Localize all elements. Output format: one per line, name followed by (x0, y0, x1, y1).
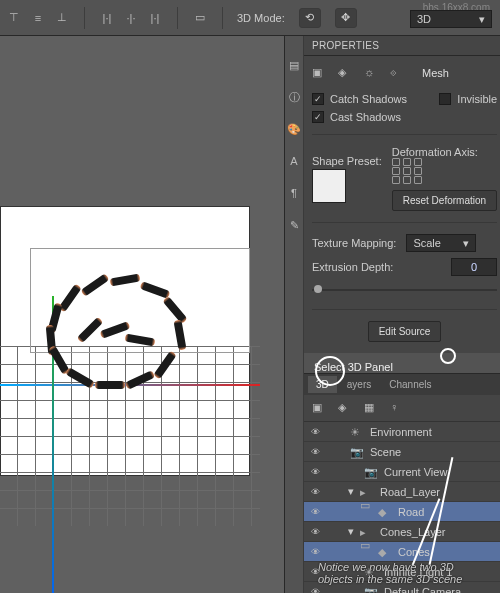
scene-icon[interactable]: ⟐ (390, 66, 406, 80)
extrusion-input[interactable]: 0 (451, 258, 497, 276)
shape-preset-label: Shape Preset: (312, 155, 382, 167)
mode-orbit-button[interactable]: ⟲ (299, 8, 321, 28)
separator (222, 7, 223, 29)
layer-type-icon: 📷 (364, 586, 378, 594)
edit-source-button[interactable]: Edit Source (368, 321, 442, 342)
align-bot-icon[interactable]: ⊥ (54, 10, 70, 26)
separator (84, 7, 85, 29)
histogram-icon[interactable]: ▤ (285, 56, 303, 74)
visibility-icon[interactable]: 👁 (308, 505, 322, 519)
annotation-text: Notice we now have two 3Dobjects in the … (318, 561, 462, 585)
info-icon[interactable]: ⓘ (285, 88, 303, 106)
visibility-icon[interactable]: 👁 (308, 425, 322, 439)
layer-name: Cones (398, 546, 430, 558)
visibility-icon[interactable]: 👁 (308, 465, 322, 479)
layer-type-icon: ◆ (378, 546, 392, 558)
mesh-label: Mesh (422, 67, 449, 79)
right-panels: ▤ ⓘ 🎨 A ¶ ✎ Properties ▣ ◈ ☼ ⟐ Mesh ✓ Ca… (284, 36, 500, 593)
mode-pan-button[interactable]: ✥ (335, 8, 357, 28)
layer-type-icon: ▸ ▭ (360, 526, 374, 538)
canvas-viewport[interactable] (0, 36, 284, 593)
catch-shadows-checkbox[interactable]: ✓ (312, 93, 324, 105)
layer-type-icon: 📷 (364, 466, 378, 478)
deformation-axis-label: Deformation Axis: (392, 146, 497, 158)
filter-material-icon[interactable]: ▦ (364, 401, 380, 415)
separator (312, 134, 497, 135)
filter-mesh-icon[interactable]: ◈ (338, 401, 354, 415)
layer-name: Road_Layer (380, 486, 440, 498)
material-icon[interactable]: ◈ (338, 66, 354, 80)
chevron-down-icon: ▾ (479, 13, 485, 26)
visibility-icon[interactable]: 👁 (308, 585, 322, 594)
layer-row[interactable]: 👁📷Scene (304, 442, 500, 462)
layer-row[interactable]: 👁◆Cones (304, 542, 500, 562)
properties-tab[interactable]: Properties (304, 36, 500, 56)
layer-name: Scene (370, 446, 401, 458)
visibility-icon[interactable]: 👁 (308, 445, 322, 459)
3d-filter-row: ▣ ◈ ▦ ♀ (304, 395, 500, 422)
layer-row[interactable]: 👁◆Road (304, 502, 500, 522)
visibility-icon[interactable]: 👁 (308, 545, 322, 559)
separator (312, 222, 497, 223)
separator (312, 309, 497, 310)
disclosure-icon[interactable]: ▾ (348, 485, 354, 498)
select-3d-panel-label: Select 3D Panel (304, 353, 500, 373)
shape-preset-swatch[interactable] (312, 169, 346, 203)
extrusion-label: Extrusion Depth: (312, 261, 393, 273)
workspace-dropdown[interactable]: 3D▾ (410, 10, 492, 28)
separator (177, 7, 178, 29)
mesh-icon[interactable]: ▣ (312, 66, 328, 80)
align-top-icon[interactable]: ⊤ (6, 10, 22, 26)
visibility-icon[interactable]: 👁 (308, 525, 322, 539)
deformation-axis-grid[interactable] (392, 158, 497, 184)
color-icon[interactable]: 🎨 (285, 120, 303, 138)
filter-all-icon[interactable]: ▣ (312, 401, 328, 415)
cast-shadows-checkbox[interactable]: ✓ (312, 111, 324, 123)
layer-name: Cones_Layer (380, 526, 445, 538)
layer-name: Current View (384, 466, 447, 478)
texture-mapping-dropdown[interactable]: Scale▾ (406, 234, 476, 252)
layer-name: Default Camera (384, 586, 461, 594)
cast-shadows-label: Cast Shadows (330, 111, 401, 123)
tab-3d[interactable]: 3D (308, 376, 337, 393)
tab-layers[interactable]: ayers (339, 376, 379, 393)
layer-row[interactable]: 👁☀Environment (304, 422, 500, 442)
layer-type-icon: ☀ (350, 426, 364, 438)
distribute-c-icon[interactable]: |·| (147, 10, 163, 26)
layer-panel-tabs: 3D ayers Channels (304, 373, 500, 395)
layer-row[interactable]: 👁▾▸ ▭Cones_Layer (304, 522, 500, 542)
distribute-b-icon[interactable]: ·|· (123, 10, 139, 26)
layer-type-icon: 📷 (350, 446, 364, 458)
extrusion-slider[interactable] (312, 282, 497, 298)
brush-icon[interactable]: ✎ (285, 216, 303, 234)
layer-type-icon: ▸ ▭ (360, 486, 374, 498)
layer-name: Road (398, 506, 424, 518)
invisible-label: Invisible (457, 93, 497, 105)
filter-light-icon[interactable]: ♀ (390, 401, 406, 415)
reset-deformation-button[interactable]: Reset Deformation (392, 190, 497, 211)
tab-channels[interactable]: Channels (381, 376, 439, 393)
properties-panel: ▣ ◈ ☼ ⟐ Mesh ✓ Catch Shadows Invisible ✓… (304, 56, 500, 353)
catch-shadows-label: Catch Shadows (330, 93, 407, 105)
layer-row[interactable]: 👁📷Current View (304, 462, 500, 482)
paragraph-icon[interactable]: ¶ (285, 184, 303, 202)
3d-object (10, 276, 200, 416)
mode-label: 3D Mode: (237, 12, 285, 24)
layer-name: Environment (370, 426, 432, 438)
layer-type-icon: ◆ (378, 506, 392, 518)
distribute-a-icon[interactable]: |·| (99, 10, 115, 26)
panel-icon-strip: ▤ ⓘ 🎨 A ¶ ✎ (285, 36, 304, 593)
layer-row[interactable]: 👁▾▸ ▭Road_Layer (304, 482, 500, 502)
texture-mapping-label: Texture Mapping: (312, 237, 396, 249)
light-icon[interactable]: ☼ (364, 66, 380, 80)
visibility-icon[interactable]: 👁 (308, 485, 322, 499)
invisible-checkbox[interactable] (439, 93, 451, 105)
scale-icon[interactable]: ▭ (192, 10, 208, 26)
disclosure-icon[interactable]: ▾ (348, 525, 354, 538)
character-icon[interactable]: A (285, 152, 303, 170)
align-mid-icon[interactable]: ≡ (30, 10, 46, 26)
